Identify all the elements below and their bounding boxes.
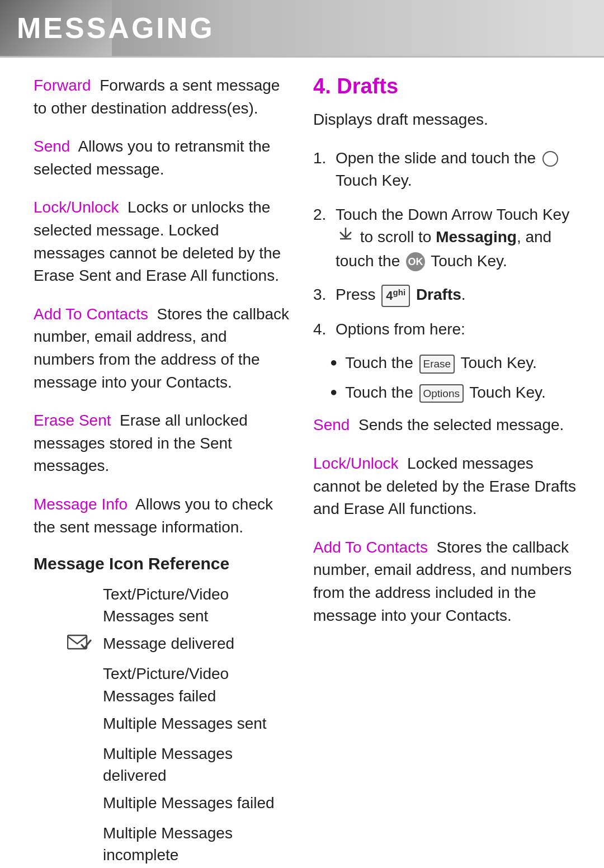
icon-ref-label: Text/Picture/VideoMessages failed [103, 663, 291, 706]
delivered-svg [67, 633, 92, 653]
bullet-item-options: ● Touch the Options Touch Key. [330, 381, 582, 404]
down-arrow-icon [337, 227, 354, 250]
drafts-intro: Displays draft messages. [313, 108, 582, 131]
term-message-info: Message Info [34, 496, 128, 513]
drafts-steps: 1. Open the slide and touch the Touch Ke… [313, 147, 582, 341]
term-erase-sent: Erase Sent [34, 412, 111, 429]
entry-drafts-lock: Lock/Unlock Locked messages cannot be de… [313, 452, 582, 521]
drafts-bold: Drafts [416, 286, 461, 303]
list-item: Multiple Messages sent [67, 713, 291, 737]
icon-ref-list: Text/Picture/VideoMessages sent [67, 583, 291, 868]
icon-ref-label: Text/Picture/VideoMessages sent [103, 583, 291, 627]
bullet-dot-1: ● [330, 352, 337, 372]
list-item: Text/Picture/VideoMessages sent [67, 583, 291, 627]
icon-reference-heading: Message Icon Reference [34, 554, 291, 573]
bullet-text-1: Touch the Erase Touch Key. [345, 352, 537, 375]
main-content: Forward Forwards a sent message to other… [0, 58, 604, 868]
delivered-icon [67, 633, 92, 653]
entry-erase-sent: Erase Sent Erase all unlocked messages s… [34, 409, 291, 478]
step-num-2: 2. [313, 204, 336, 227]
message-icon-reference: Message Icon Reference Text/Picture/Vide… [34, 554, 291, 868]
page-title: MESSAGING [17, 11, 215, 45]
erase-key-badge: Erase [419, 355, 455, 374]
entry-forward: Forward Forwards a sent message to other… [34, 74, 291, 120]
term-drafts-send: Send [313, 416, 350, 433]
ok-icon: OK [406, 252, 425, 271]
svg-line-2 [340, 232, 346, 238]
bullet-item-erase: ● Touch the Erase Touch Key. [330, 352, 582, 375]
term-forward: Forward [34, 77, 91, 94]
term-add-to-contacts: Add To Contacts [34, 305, 148, 323]
key-4ghi: 4ghi [381, 285, 410, 306]
icon-ref-label: Multiple Messagesincomplete [103, 822, 291, 866]
step-text-2: Touch the Down Arrow Touch Key to scroll… [336, 204, 582, 273]
entry-drafts-send: Send Sends the selected message. [313, 414, 582, 437]
icon-ref-label: Multiple Messages failed [103, 792, 291, 814]
list-item: Multiple Messagesdelivered [67, 743, 291, 786]
step-text-3: Press 4ghi Drafts. [336, 284, 582, 306]
step-num-4: 4. [313, 318, 336, 341]
step-num-3: 3. [313, 284, 336, 306]
drafts-heading: 4. Drafts [313, 74, 582, 98]
bullet-dot-2: ● [330, 381, 337, 402]
step-text-4: Options from here: [336, 318, 582, 341]
options-key-badge: Options [419, 384, 464, 403]
messaging-bold: Messaging [436, 228, 517, 246]
term-drafts-lock: Lock/Unlock [313, 455, 399, 472]
icon-ref-label: Message delivered [103, 633, 291, 654]
step-text-1: Open the slide and touch the Touch Key. [336, 147, 582, 192]
list-item: Multiple Messages failed [67, 792, 291, 817]
entry-message-info: Message Info Allows you to check the sen… [34, 493, 291, 539]
entry-drafts-add-contacts: Add To Contacts Stores the callback numb… [313, 536, 582, 627]
list-item: Multiple Messagesincomplete [67, 822, 291, 866]
delivered-icon-container [67, 633, 98, 653]
step-1: 1. Open the slide and touch the Touch Ke… [313, 147, 582, 192]
step-4: 4. Options from here: [313, 318, 582, 341]
step-num-1: 1. [313, 147, 336, 170]
entry-send: Send Allows you to retransmit the select… [34, 135, 291, 181]
right-column: 4. Drafts Displays draft messages. 1. Op… [313, 74, 582, 868]
term-lock-unlock: Lock/Unlock [34, 199, 119, 216]
term-drafts-add-contacts: Add To Contacts [313, 539, 428, 556]
list-item: Text/Picture/VideoMessages failed [67, 663, 291, 706]
bullet-text-2: Touch the Options Touch Key. [345, 381, 545, 404]
left-column: Forward Forwards a sent message to other… [34, 74, 291, 868]
term-send: Send [34, 138, 70, 155]
page-header: MESSAGING [0, 0, 604, 56]
step-3: 3. Press 4ghi Drafts. [313, 284, 582, 306]
list-item: Message delivered [67, 633, 291, 657]
icon-ref-label: Multiple Messagesdelivered [103, 743, 291, 786]
bullet-options: ● Touch the Erase Touch Key. ● Touch the… [330, 352, 582, 404]
step-2: 2. Touch the Down Arrow Touch Key to scr… [313, 204, 582, 273]
icon-ref-label: Multiple Messages sent [103, 713, 291, 734]
svg-line-3 [346, 232, 351, 238]
entry-lock-unlock: Lock/Unlock Locks or unlocks the selecte… [34, 196, 291, 287]
entry-add-to-contacts: Add To Contacts Stores the callback numb… [34, 303, 291, 394]
circle-icon [542, 151, 558, 167]
